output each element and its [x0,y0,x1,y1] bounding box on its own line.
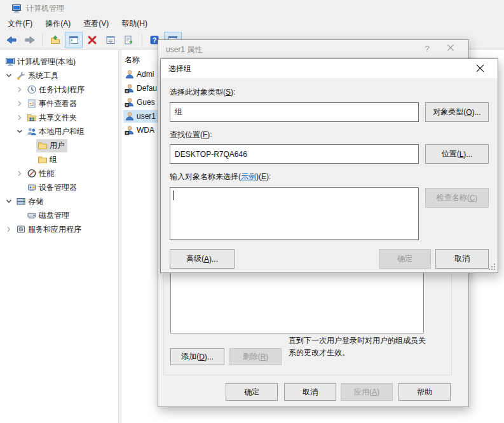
cancel-button[interactable]: 取消 [435,249,489,269]
props-dialog-titlebar[interactable]: user1 属性 ? [158,40,468,59]
tree-item-label: 组 [50,154,57,165]
user-icon [125,97,135,107]
tree-item-users[interactable]: 用户 [0,138,118,152]
properties-button[interactable] [102,32,119,48]
user-icon [125,69,135,79]
window-title: 计算机管理 [26,3,64,14]
tree-item-label: 共享文件夹 [39,112,77,123]
cancel-button[interactable]: 取消 [284,383,336,401]
tree-item-label: 磁盘管理 [39,210,69,221]
tree-item-label: 系统工具 [28,70,58,81]
dialog-close-icon[interactable] [447,44,461,51]
resize-grip[interactable] [489,264,495,270]
add-button[interactable]: 添加(D)... [170,348,224,365]
up-level-button[interactable] [46,32,64,48]
chevron-expanded-icon[interactable] [4,197,13,206]
show-console-tree-button[interactable] [65,32,83,48]
tree-item-label: 服务和应用程序 [28,224,81,235]
object-names-input[interactable] [170,187,419,240]
tree-item-label: 设备管理器 [39,182,77,193]
tree-item-disk-management[interactable]: 磁盘管理 [0,208,118,222]
close-icon[interactable] [476,64,490,72]
folder-icon [37,140,48,151]
list-item-label: WDA [137,126,154,135]
chevron-collapsed-icon[interactable] [15,113,24,122]
tree-item-label: 性能 [39,168,54,179]
chevron-collapsed-icon[interactable] [15,85,24,94]
list-item-label: Gues [137,98,155,107]
object-type-label: 选择此对象类型(S): [170,87,235,98]
export-list-button[interactable] [120,32,138,48]
tree-item-task-scheduler[interactable]: 任务计划程序 [0,83,118,97]
dialog-help-icon[interactable]: ? [420,44,434,53]
menubar: 文件(F)操作(A)查看(V)帮助(H) [0,17,504,30]
object-types-button[interactable]: 对象类型(O)... [425,102,489,122]
task-scheduler-icon [27,84,37,95]
check-names-button: 检查名称(C) [425,188,489,208]
advanced-button[interactable]: 高级(A)... [170,249,235,269]
object-names-label: 输入对象名称来选择(示例)(E): [170,171,271,182]
user-icon [125,125,135,135]
ok-button: 确定 [379,249,431,269]
ok-button[interactable]: 确定 [226,383,278,401]
folder-icon [37,154,48,164]
select-dialog-titlebar[interactable]: 选择组 [161,59,498,78]
menu-item-file[interactable]: 文件(F) [1,17,39,30]
chevron-collapsed-icon[interactable] [4,225,13,234]
computer-icon [5,57,15,67]
tree-item-system-tools[interactable]: 系统工具 [0,69,118,83]
examples-link[interactable]: 示例 [241,172,256,181]
select-dialog-title: 选择组 [168,64,191,74]
tree-item-computer-management[interactable]: 计算机管理(本地) [0,55,118,69]
menu-item-action[interactable]: 操作(A) [39,17,77,30]
console-tree-panel: 计算机管理(本地)系统工具任务计划程序事件查看器共享文件夹本地用户和组用户组性能… [0,50,119,423]
location-field[interactable]: DESKTOP-R7QA646 [170,144,419,164]
user-icon [125,111,135,121]
tree-item-groups[interactable]: 组 [0,152,118,166]
event-viewer-icon [27,98,37,109]
locations-button[interactable]: 位置(L)... [425,144,489,164]
chevron-expanded-icon[interactable] [15,127,24,136]
list-item-label: Defau [137,84,157,93]
tree-item-label: 计算机管理(本地) [17,57,76,67]
export-list-icon [124,35,134,45]
props-dialog-title: user1 属性 [166,44,202,55]
back-button[interactable] [3,32,20,48]
delete-button[interactable] [83,32,101,48]
forward-button[interactable] [21,32,39,48]
performance-icon [27,168,37,178]
chevron-collapsed-icon[interactable] [15,169,24,178]
apply-button: 应用(A) [341,383,393,401]
tree-item-label: 任务计划程序 [39,84,85,95]
properties-icon [106,35,116,45]
tree-item-event-viewer[interactable]: 事件查看器 [0,97,118,111]
tree-item-performance[interactable]: 性能 [0,166,118,180]
tree-item-services-apps[interactable]: 服务和应用程序 [0,222,118,236]
toolbar-separator [43,34,43,46]
help-button[interactable]: 帮助 [398,383,451,401]
object-type-field[interactable]: 组 [170,102,419,122]
tree-item-local-users-groups[interactable]: 本地用户和组 [0,124,118,138]
back-icon [6,35,17,45]
chevron-expanded-icon[interactable] [4,71,13,80]
delete-x-icon [87,35,97,45]
console-tree-icon [69,35,79,45]
chevron-collapsed-icon[interactable] [15,99,24,108]
toolbar-separator [142,34,142,46]
location-label: 查找位置(F): [170,130,212,140]
remove-button: 删除(R) [229,348,282,365]
system-tools-icon [16,70,26,81]
tree-item-device-manager[interactable]: 设备管理器 [0,180,118,194]
select-groups-dialog: 选择组 选择此对象类型(S): 组 对象类型(O)... 查找位置(F): DE… [160,58,498,273]
menu-item-help[interactable]: 帮助(H) [115,17,154,30]
tree-item-label: 存储 [28,196,43,207]
tree-item-shared-folders[interactable]: 共享文件夹 [0,111,118,124]
services-icon [16,224,26,234]
window-titlebar: 计算机管理 [0,0,504,17]
menu-item-view[interactable]: 查看(V) [77,17,115,30]
tree-item-storage[interactable]: 存储 [0,194,118,208]
storage-icon [16,196,26,206]
text-caret [173,191,174,200]
list-item-label: user1 [137,112,156,121]
svg-text:?: ? [153,36,157,44]
